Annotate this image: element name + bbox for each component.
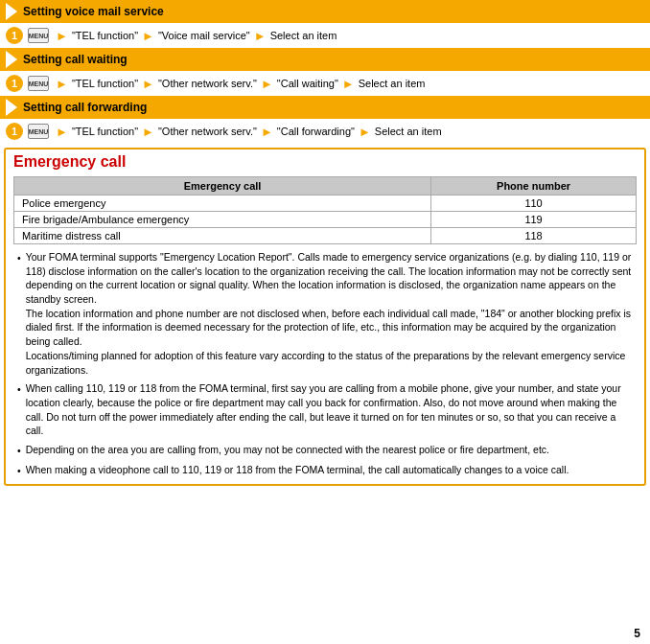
- call-waiting-section: Setting call waiting 1 MENU ► "TEL funct…: [0, 48, 650, 96]
- bullet-item: •When calling 110, 119 or 118 from the F…: [17, 381, 633, 438]
- bullet-dot: •: [17, 444, 21, 458]
- bullet-dot: •: [17, 251, 21, 265]
- call-forwarding-header: Setting call forwarding: [0, 96, 650, 119]
- step-text-3: "Call forwarding": [277, 126, 355, 137]
- table-cell-name: Maritime distress call: [14, 228, 431, 244]
- step-text-4: Select an item: [375, 126, 442, 137]
- table-row: Fire brigade/Ambulance emergency119: [14, 212, 637, 228]
- arrow-icon: ►: [142, 125, 154, 139]
- step-number: 1: [6, 123, 23, 140]
- table-row: Police emergency110: [14, 196, 637, 212]
- page-number: 5: [634, 627, 640, 640]
- arrow-icon: ►: [261, 125, 273, 139]
- step-text-2: "Other network serv.": [158, 126, 257, 137]
- call-forwarding-step-row: 1 MENU ► "TEL function" ► "Other network…: [0, 119, 650, 144]
- table-header-phone: Phone number: [431, 177, 637, 196]
- bullet-list: •Your FOMA terminal supports "Emergency …: [13, 250, 637, 477]
- emergency-title: Emergency call: [13, 153, 637, 171]
- table-cell-number: 119: [431, 212, 637, 228]
- step-text-2: "Other network serv.": [158, 78, 257, 89]
- bullet-text: Your FOMA terminal supports "Emergency L…: [26, 250, 633, 377]
- call-waiting-step-row: 1 MENU ► "TEL function" ► "Other network…: [0, 71, 650, 96]
- step-text-4: Select an item: [359, 78, 426, 89]
- menu-icon: MENU: [28, 124, 49, 139]
- call-forwarding-title: Setting call forwarding: [23, 101, 147, 114]
- table-header-call: Emergency call: [14, 177, 431, 196]
- arrow-icon: ►: [342, 77, 355, 91]
- step-text-3: Select an item: [270, 30, 337, 41]
- arrow-icon: ►: [56, 29, 68, 43]
- table-row: Maritime distress call118: [14, 228, 637, 244]
- table-cell-number: 118: [431, 228, 637, 244]
- arrow-icon: ►: [56, 77, 68, 91]
- step-text-1: "TEL function": [72, 78, 138, 89]
- bullet-item: •Your FOMA terminal supports "Emergency …: [17, 250, 633, 377]
- arrow-icon: ►: [254, 29, 267, 43]
- arrow-icon: ►: [142, 29, 154, 43]
- voice-mail-section: Setting voice mail service 1 MENU ► "TEL…: [0, 0, 650, 48]
- arrow-icon: ►: [261, 77, 273, 91]
- bullet-text: Depending on the area you are calling fr…: [26, 443, 549, 457]
- table-cell-number: 110: [431, 196, 637, 212]
- step-number: 1: [6, 27, 23, 44]
- step-text-1: "TEL function": [72, 30, 138, 41]
- bullet-item: •When making a videophone call to 110, 1…: [17, 463, 633, 478]
- bullet-text: When making a videophone call to 110, 11…: [26, 463, 569, 477]
- table-cell-name: Police emergency: [14, 196, 431, 212]
- emergency-table: Emergency call Phone number Police emerg…: [13, 176, 637, 244]
- step-text-1: "TEL function": [72, 126, 138, 137]
- voice-mail-title: Setting voice mail service: [23, 5, 164, 18]
- arrow-icon: ►: [142, 77, 154, 91]
- call-waiting-title: Setting call waiting: [23, 53, 128, 66]
- arrow-icon: ►: [56, 125, 68, 139]
- bullet-dot: •: [17, 464, 21, 478]
- step-number: 1: [6, 75, 23, 92]
- bullet-dot: •: [17, 382, 21, 397]
- voice-mail-header: Setting voice mail service: [0, 0, 650, 23]
- menu-icon: MENU: [28, 28, 49, 43]
- call-waiting-header: Setting call waiting: [0, 48, 650, 71]
- table-cell-name: Fire brigade/Ambulance emergency: [14, 212, 431, 228]
- voice-mail-step-row: 1 MENU ► "TEL function" ► "Voice mail se…: [0, 23, 650, 48]
- bullet-item: •Depending on the area you are calling f…: [17, 443, 633, 458]
- emergency-section: Emergency call Emergency call Phone numb…: [4, 148, 646, 486]
- bullet-text: When calling 110, 119 or 118 from the FO…: [26, 381, 633, 438]
- menu-icon: MENU: [28, 76, 49, 91]
- step-text-2: "Voice mail service": [158, 30, 250, 41]
- call-forwarding-section: Setting call forwarding 1 MENU ► "TEL fu…: [0, 96, 650, 144]
- arrow-icon: ►: [359, 125, 371, 139]
- step-text-3: "Call waiting": [277, 78, 338, 89]
